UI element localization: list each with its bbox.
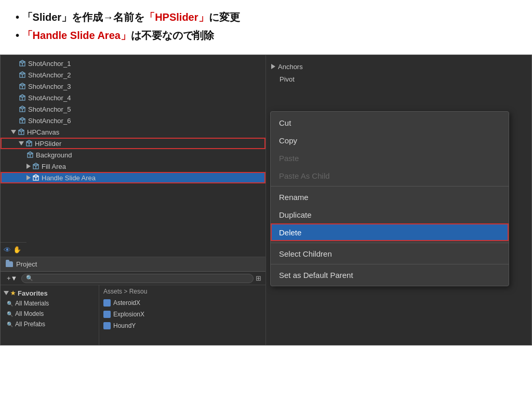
bullet2-suffix: は不要なので削除	[131, 30, 214, 41]
ctx-paste-as-child-label: Paste As Child	[279, 171, 330, 180]
folder-icon	[6, 261, 13, 267]
hierarchy-item-handle-slide-area[interactable]: Handle Slide Area	[1, 172, 265, 183]
cube-icon	[19, 105, 26, 113]
search-small-icon: 🔍	[7, 311, 13, 317]
hierarchy-item-shotanchor6[interactable]: ShotAnchor_6	[1, 115, 265, 126]
hierarchy-item-shotanchor5[interactable]: ShotAnchor_5	[1, 103, 265, 115]
project-panel: Project +▼ 🔍 ⊞ ★ Favorites 🔍	[1, 257, 265, 345]
bullet-1: 「Slider」を作成→名前を「HPSlider」に変更	[16, 10, 516, 24]
hierarchy-item-shotanchor2[interactable]: ShotAnchor_2	[1, 69, 265, 81]
asset-item-asteroid[interactable]: AsteroidX	[103, 298, 261, 308]
ctx-cut[interactable]: Cut	[271, 114, 509, 131]
ctx-duplicate[interactable]: Duplicate	[271, 206, 509, 223]
eye-icon[interactable]: 👁	[4, 246, 11, 254]
fav-label: All Materials	[15, 300, 49, 307]
anchors-label: Anchors	[278, 63, 303, 71]
hand-icon[interactable]: ✋	[13, 246, 21, 254]
assets-items: AsteroidX ExplosionX HoundY	[103, 298, 261, 331]
hierarchy-item-background[interactable]: Background	[1, 149, 265, 161]
asset-item-explosion[interactable]: ExplosionX	[103, 309, 261, 320]
star-icon: ★	[10, 290, 16, 297]
ctx-set-default-parent[interactable]: Set as Default Parent	[271, 266, 509, 284]
search-box[interactable]: 🔍	[21, 274, 254, 283]
asset-label: AsteroidX	[113, 299, 140, 307]
cube-icon	[19, 71, 26, 78]
ctx-separator-2	[271, 243, 509, 243]
ctx-separator-1	[271, 186, 509, 187]
cube-icon	[32, 163, 39, 170]
anchors-expand-icon[interactable]	[271, 64, 275, 69]
ctx-delete-label: Delete	[279, 228, 301, 237]
expand-triangle-icon	[26, 164, 31, 169]
hierarchy-label: Handle Slide Area	[42, 174, 96, 182]
context-menu: Cut Copy Paste Paste As Child Rename Dup…	[270, 111, 509, 286]
hierarchy-label: Fill Area	[42, 163, 66, 170]
inspector-anchors-section: Anchors Pivot	[271, 60, 526, 85]
pivot-label: Pivot	[280, 75, 295, 83]
bullet-2: 「Handle Slide Area」は不要なので削除	[16, 29, 516, 43]
unity-editor-area: ShotAnchor_1 ShotAnchor_2	[0, 55, 532, 345]
hierarchy-item-shotanchor4[interactable]: ShotAnchor_4	[1, 92, 265, 103]
cube-icon	[19, 83, 26, 90]
layout-button[interactable]: ⊞	[256, 274, 261, 282]
ctx-paste-label: Paste	[279, 154, 299, 163]
hierarchy-item-shotanchor3[interactable]: ShotAnchor_3	[1, 81, 265, 92]
search-small-icon: 🔍	[7, 301, 13, 307]
collapse-triangle-icon	[19, 141, 24, 145]
hierarchy-label: ShotAnchor_1	[28, 60, 71, 68]
hierarchy-label: HPCanvas	[27, 128, 59, 136]
bullet2-red: 「Handle Slide Area」	[22, 30, 131, 41]
ctx-cut-label: Cut	[279, 118, 291, 127]
hierarchy-panel: ShotAnchor_1 ShotAnchor_2	[1, 55, 265, 257]
asset-cube-icon	[103, 311, 111, 318]
ctx-copy[interactable]: Copy	[271, 131, 509, 149]
favorites-collapse-icon	[4, 291, 9, 295]
bullet1-red: 「HPSlider」	[144, 11, 208, 23]
fav-label: All Models	[15, 310, 44, 317]
ctx-rename-label: Rename	[279, 193, 309, 202]
hierarchy-label: ShotAnchor_6	[28, 117, 71, 125]
search-small-icon: 🔍	[7, 322, 13, 327]
hierarchy-label: ShotAnchor_4	[28, 94, 71, 102]
ctx-delete[interactable]: Delete	[271, 223, 509, 241]
top-text-area: 「Slider」を作成→名前を「HPSlider」に変更 「Handle Sli…	[0, 0, 532, 55]
hierarchy-item-shotanchor1[interactable]: ShotAnchor_1	[1, 58, 265, 69]
ctx-separator-3	[271, 264, 509, 264]
asset-item-hound[interactable]: HoundY	[103, 321, 261, 331]
hierarchy-item-hpslider[interactable]: HPSlider	[1, 138, 265, 149]
ctx-duplicate-label: Duplicate	[279, 210, 312, 219]
cube-icon	[25, 140, 33, 147]
ctx-rename[interactable]: Rename	[271, 188, 509, 206]
fav-item-prefabs[interactable]: 🔍 All Prefabs	[1, 319, 99, 329]
hierarchy-item-fillarea[interactable]: Fill Area	[1, 161, 265, 172]
hierarchy-label: HPSlider	[35, 140, 61, 148]
bottom-icon-bar: 👁 ✋	[1, 242, 26, 257]
project-title: Project	[16, 260, 37, 268]
ctx-paste: Paste	[271, 149, 509, 167]
cube-icon	[19, 117, 26, 124]
hierarchy-items: ShotAnchor_1 ShotAnchor_2	[1, 55, 265, 242]
cube-icon	[18, 128, 25, 136]
asset-label: HoundY	[113, 322, 136, 329]
hierarchy-label: ShotAnchor_3	[28, 83, 71, 90]
bullet1-prefix: 「Slider」を作成→名前を	[22, 11, 145, 23]
fav-item-materials[interactable]: 🔍 All Materials	[1, 298, 99, 309]
hierarchy-item-hpcanvas[interactable]: HPCanvas	[1, 126, 265, 138]
ctx-select-children[interactable]: Select Children	[271, 245, 509, 262]
fav-label: All Prefabs	[15, 321, 45, 328]
add-button[interactable]: +▼	[5, 273, 19, 283]
anchors-row: Anchors	[271, 60, 526, 73]
hierarchy-label: Background	[36, 151, 72, 159]
cube-icon	[19, 94, 26, 101]
collapse-triangle-icon	[11, 130, 16, 134]
favorites-label: Favorites	[18, 289, 48, 297]
project-content: ★ Favorites 🔍 All Materials 🔍 All Models…	[1, 285, 265, 345]
ctx-paste-as-child: Paste As Child	[271, 167, 509, 184]
ctx-set-default-parent-label: Set as Default Parent	[279, 271, 353, 280]
cube-icon	[32, 174, 39, 181]
fav-item-models[interactable]: 🔍 All Models	[1, 309, 99, 319]
hierarchy-label: ShotAnchor_5	[28, 105, 71, 113]
cube-icon	[19, 60, 26, 67]
ctx-select-children-label: Select Children	[279, 249, 332, 258]
expand-triangle-icon	[26, 175, 31, 180]
